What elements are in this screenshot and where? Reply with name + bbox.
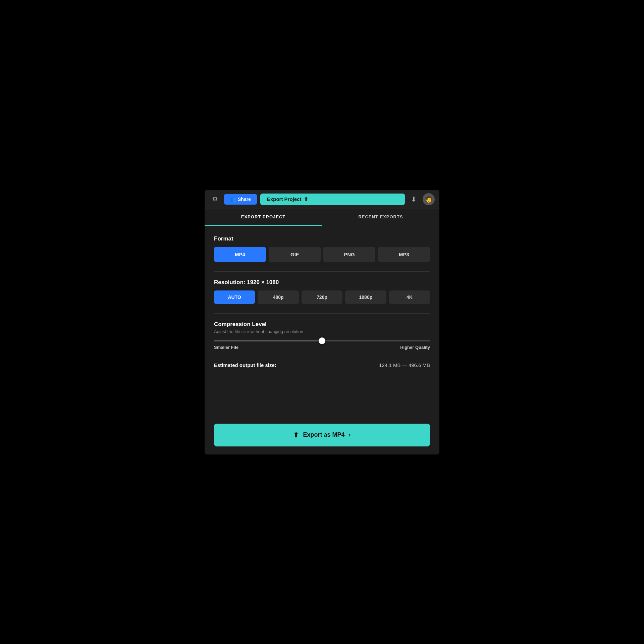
format-label: Format bbox=[214, 235, 430, 242]
compression-slider-container bbox=[214, 340, 430, 341]
tab-export-project[interactable]: EXPORT PROJECT bbox=[205, 209, 322, 226]
res-4k-button[interactable]: 4K bbox=[389, 290, 430, 304]
main-content: Format MP4 GIF PNG MP3 Resolution: 1920 … bbox=[205, 226, 439, 418]
divider-2 bbox=[214, 313, 430, 314]
slider-fill bbox=[214, 340, 322, 341]
slider-min-label: Smaller File bbox=[214, 345, 238, 350]
export-as-mp4-button[interactable]: ⬆ Export as MP4 › bbox=[214, 424, 430, 446]
spacer bbox=[214, 378, 430, 418]
slider-track bbox=[214, 340, 430, 341]
file-size-label: Estimated output file size: bbox=[214, 362, 276, 368]
share-label: Share bbox=[238, 197, 251, 202]
chevron-right-icon: › bbox=[349, 431, 351, 438]
gear-button[interactable]: ⚙ bbox=[209, 194, 221, 205]
export-project-label: Export Project bbox=[267, 196, 302, 202]
format-buttons: MP4 GIF PNG MP3 bbox=[214, 247, 430, 262]
format-png-button[interactable]: PNG bbox=[323, 247, 375, 262]
download-button[interactable]: ⬇ bbox=[408, 194, 419, 205]
format-mp4-button[interactable]: MP4 bbox=[214, 247, 266, 262]
header-bar: ⚙ 👥 Share Export Project ⬆ ⬇ 🧑 bbox=[205, 190, 439, 209]
compression-title: Compression Level bbox=[214, 321, 430, 328]
file-size-value: 124.1 MB — 496.6 MB bbox=[379, 362, 430, 368]
res-720p-button[interactable]: 720p bbox=[302, 290, 342, 304]
res-auto-button[interactable]: AUTO bbox=[214, 290, 255, 304]
share-button[interactable]: 👥 Share bbox=[224, 194, 257, 205]
divider-3 bbox=[214, 356, 430, 356]
slider-thumb[interactable] bbox=[319, 337, 325, 344]
avatar-image: 🧑 bbox=[425, 196, 432, 203]
format-gif-button[interactable]: GIF bbox=[269, 247, 321, 262]
format-mp3-button[interactable]: MP3 bbox=[378, 247, 430, 262]
export-as-label: Export as MP4 bbox=[303, 431, 344, 438]
export-project-header-button[interactable]: Export Project ⬆ bbox=[260, 194, 405, 205]
app-container: ⚙ 👥 Share Export Project ⬆ ⬇ 🧑 EXPORT PR… bbox=[205, 190, 439, 454]
tab-bar: EXPORT PROJECT RECENT EXPORTS bbox=[205, 209, 439, 226]
gear-icon: ⚙ bbox=[212, 196, 218, 203]
download-icon: ⬇ bbox=[411, 196, 417, 203]
compression-subtitle: Adjust the file size without changing re… bbox=[214, 329, 430, 334]
slider-max-label: Higher Quality bbox=[400, 345, 430, 350]
resolution-label: Resolution: 1920 × 1080 bbox=[214, 279, 430, 286]
file-size-row: Estimated output file size: 124.1 MB — 4… bbox=[214, 362, 430, 368]
share-person-icon: 👥 bbox=[230, 197, 236, 202]
res-480p-button[interactable]: 480p bbox=[258, 290, 299, 304]
divider-1 bbox=[214, 271, 430, 272]
slider-labels: Smaller File Higher Quality bbox=[214, 345, 430, 350]
avatar: 🧑 bbox=[423, 193, 435, 205]
tab-recent-exports[interactable]: RECENT EXPORTS bbox=[322, 209, 439, 226]
export-button-container: ⬆ Export as MP4 › bbox=[205, 418, 439, 454]
export-upload-icon: ⬆ bbox=[304, 196, 308, 202]
export-upload-icon: ⬆ bbox=[293, 431, 299, 439]
resolution-buttons: AUTO 480p 720p 1080p 4K bbox=[214, 290, 430, 304]
res-1080p-button[interactable]: 1080p bbox=[345, 290, 386, 304]
